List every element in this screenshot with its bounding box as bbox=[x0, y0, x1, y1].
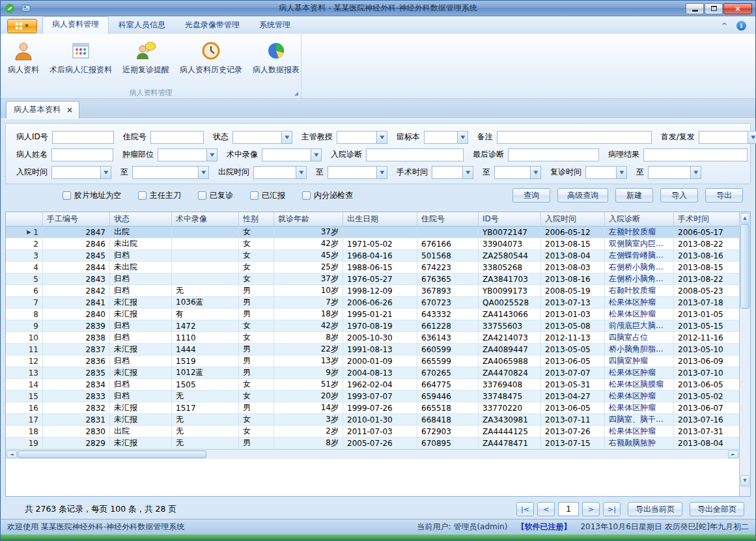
export-current-page-button[interactable]: 导出当前页 bbox=[628, 502, 682, 516]
filter-checkbox-5[interactable]: 内分泌检查 bbox=[302, 190, 353, 201]
filter-combo[interactable]: ▼ bbox=[253, 166, 307, 179]
grid-column-header[interactable]: 手工编号 bbox=[43, 212, 110, 226]
table-row[interactable]: 142834归档1505女51岁1962-02-0466477533769408… bbox=[6, 379, 739, 391]
ribbon-button-3[interactable]: 近期复诊提醒 bbox=[118, 36, 174, 87]
combo-dropdown-button[interactable]: ▼ bbox=[462, 167, 473, 178]
ribbon-button-4[interactable]: 病人资料历史记录 bbox=[175, 36, 247, 87]
combo-dropdown-button[interactable]: ▼ bbox=[281, 132, 292, 143]
filter-checkbox-2[interactable]: 主任主刀 bbox=[138, 190, 181, 201]
grid-column-header[interactable]: 入院时间 bbox=[541, 212, 605, 226]
close-button[interactable]: × bbox=[723, 3, 752, 14]
combo-dropdown-button[interactable]: ▼ bbox=[206, 149, 217, 161]
table-row[interactable]: 132835未汇报1012蓝男9岁2004-08-13670265ZA44708… bbox=[6, 367, 739, 379]
horizontal-scroll-thumb[interactable] bbox=[18, 451, 206, 458]
scroll-left-icon[interactable]: ◄ bbox=[7, 451, 17, 458]
page-number-input[interactable] bbox=[558, 502, 579, 516]
first-page-button[interactable]: |< bbox=[516, 502, 534, 516]
table-row[interactable]: ▶12847出院女37岁YB00721472006-05-12左额叶胶质瘤200… bbox=[6, 227, 739, 238]
filter-checkbox-3[interactable]: 已复诊 bbox=[198, 190, 233, 201]
tab-close-icon[interactable]: × bbox=[66, 105, 73, 115]
horizontal-scrollbar[interactable]: ◄ ► bbox=[6, 449, 739, 459]
filter-input[interactable] bbox=[508, 148, 599, 161]
action-button-1[interactable]: 查询 bbox=[512, 188, 550, 202]
filter-checkbox-4[interactable]: 已汇报 bbox=[250, 190, 285, 201]
collapse-ribbon-icon[interactable]: ^ bbox=[721, 21, 727, 30]
filter-combo[interactable]: ▼ bbox=[699, 131, 756, 144]
filter-input[interactable] bbox=[51, 148, 113, 161]
minimize-button[interactable] bbox=[686, 3, 704, 14]
filter-combo[interactable]: ▼ bbox=[328, 166, 387, 179]
table-row[interactable]: 92839归档1472女42岁1970-08-19661228337556032… bbox=[6, 320, 739, 332]
grid-column-header[interactable]: ID号 bbox=[479, 212, 541, 226]
scroll-down-icon[interactable]: ▼ bbox=[740, 475, 749, 486]
table-row[interactable]: 122836归档1519男13岁2000-01-09665599ZA406598… bbox=[6, 355, 739, 367]
filter-combo[interactable]: ▼ bbox=[648, 166, 701, 179]
table-row[interactable]: 162832未汇报1517男14岁1999-07-266655183377022… bbox=[6, 402, 739, 414]
combo-dropdown-button[interactable]: ▼ bbox=[457, 132, 468, 143]
table-row[interactable]: 152833归档无女20岁1993-07-0765944633748475201… bbox=[6, 391, 739, 402]
vertical-scroll-track[interactable] bbox=[740, 309, 750, 475]
table-row[interactable]: 52843归档女37岁1976-05-27676365ZA38417032013… bbox=[6, 273, 739, 285]
grid-column-header[interactable]: 出生日期 bbox=[343, 212, 417, 226]
grid-column-header[interactable]: 性别 bbox=[239, 212, 274, 226]
ribbon-button-2[interactable]: 术后病人汇报资料 bbox=[45, 36, 117, 87]
combo-dropdown-button[interactable]: ▼ bbox=[690, 167, 701, 178]
ribbon-tab-3[interactable]: 光盘录像带管理 bbox=[175, 17, 249, 34]
action-button-3[interactable]: 新建 bbox=[615, 188, 653, 202]
grid-column-header[interactable]: 入院诊断 bbox=[605, 212, 674, 226]
table-row[interactable]: 32845归档女45岁1968-04-16501568ZA25805442013… bbox=[6, 250, 739, 262]
grid-indicator-header[interactable] bbox=[6, 212, 43, 226]
ribbon-tab-4[interactable]: 系统管理 bbox=[249, 17, 300, 34]
scroll-right-icon[interactable]: ► bbox=[728, 451, 738, 458]
combo-dropdown-button[interactable]: ▼ bbox=[311, 149, 321, 161]
table-row[interactable]: 72841未汇报1036蓝男7岁2006-06-26670723QA002552… bbox=[6, 297, 739, 309]
export-all-pages-button[interactable]: 导出全部页 bbox=[690, 502, 744, 516]
table-row[interactable]: 192829未汇报无男8岁2005-07-26670895ZA447847120… bbox=[6, 437, 739, 449]
table-row[interactable]: 22846未出院女42岁1971-05-02676166339040732013… bbox=[6, 238, 739, 250]
combo-dropdown-button[interactable]: ▼ bbox=[376, 167, 387, 178]
action-button-4[interactable]: 导入 bbox=[660, 188, 698, 202]
next-page-button[interactable]: > bbox=[582, 502, 600, 516]
filter-combo[interactable]: ▼ bbox=[432, 166, 473, 179]
filter-combo[interactable]: ▼ bbox=[262, 148, 322, 161]
grid-column-header[interactable]: 就诊年龄 bbox=[274, 212, 343, 226]
combo-dropdown-button[interactable]: ▼ bbox=[376, 132, 387, 143]
table-row[interactable]: 102838归档1110女8岁2005-10-30636143ZA4214073… bbox=[6, 332, 739, 344]
combo-dropdown-button[interactable]: ▼ bbox=[100, 167, 111, 178]
grid-column-header[interactable]: 术中录像 bbox=[172, 212, 239, 226]
horizontal-scroll-track[interactable] bbox=[206, 450, 727, 459]
combo-dropdown-button[interactable]: ▼ bbox=[296, 167, 306, 178]
grid-column-header[interactable]: 状态 bbox=[110, 212, 172, 226]
filter-input[interactable] bbox=[643, 148, 748, 161]
quick-access-icon[interactable] bbox=[21, 3, 31, 14]
grid-column-header[interactable]: 手术时间 bbox=[674, 212, 739, 226]
scroll-up-icon[interactable]: ▲ bbox=[740, 213, 749, 223]
filter-combo[interactable]: ▼ bbox=[337, 131, 387, 144]
filter-input[interactable] bbox=[52, 131, 114, 144]
filter-combo[interactable]: ▼ bbox=[424, 131, 468, 144]
filter-input[interactable] bbox=[150, 131, 204, 144]
table-row[interactable]: 112837未汇报1444男22岁1991-08-13660599ZA40894… bbox=[6, 344, 739, 355]
combo-dropdown-button[interactable]: ▼ bbox=[616, 167, 626, 178]
filter-combo[interactable]: ▼ bbox=[158, 148, 217, 161]
vertical-scrollbar[interactable]: ▲ ▼ bbox=[739, 212, 750, 496]
table-row[interactable]: 182830出院无女2岁2011-07-03672903ZA4444125201… bbox=[6, 426, 739, 437]
vertical-scroll-thumb[interactable] bbox=[740, 224, 749, 309]
filter-checkbox-1[interactable]: 胶片地址为空 bbox=[63, 190, 121, 201]
ribbon-button-5[interactable]: 病人数据报表 bbox=[248, 36, 304, 87]
filter-input[interactable] bbox=[366, 148, 464, 161]
ribbon-button-1[interactable]: 病人资料 bbox=[3, 36, 44, 87]
filter-combo[interactable]: ▼ bbox=[585, 166, 627, 179]
filter-combo[interactable]: ▼ bbox=[232, 131, 292, 144]
combo-dropdown-button[interactable]: ▼ bbox=[748, 132, 756, 143]
last-page-button[interactable]: >| bbox=[603, 502, 621, 516]
table-row[interactable]: 82840未汇报有男18岁1995-01-21643332ZA414306620… bbox=[6, 309, 739, 320]
filter-input[interactable] bbox=[497, 131, 652, 144]
ribbon-tab-2[interactable]: 科室人员信息 bbox=[109, 17, 175, 34]
document-tab-patient-basic-info[interactable]: 病人基本资料 × bbox=[6, 101, 79, 118]
maximize-button[interactable] bbox=[705, 3, 723, 14]
table-row[interactable]: 62842归档无男10岁1998-12-09367893YB0099173200… bbox=[6, 285, 739, 297]
dialog-launcher-icon[interactable]: ◢ bbox=[294, 90, 298, 96]
combo-dropdown-button[interactable]: ▼ bbox=[530, 167, 540, 178]
application-menu-button[interactable]: ▼ bbox=[7, 19, 37, 33]
